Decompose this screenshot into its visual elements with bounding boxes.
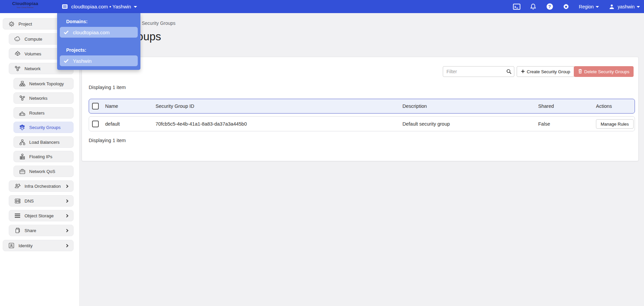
switcher-label: cloudtopiaa.com • Yashwin bbox=[71, 4, 131, 9]
filter-input[interactable] bbox=[443, 66, 514, 77]
chevron-right-icon bbox=[65, 214, 69, 217]
sidebar-item-label: Object Storage bbox=[25, 213, 54, 218]
volumes-cube-icon bbox=[14, 50, 21, 57]
sidebar-item-identity[interactable]: Identity bbox=[3, 240, 74, 251]
router-icon bbox=[19, 110, 26, 116]
sidebar-item-network-qos[interactable]: Network QoS bbox=[13, 166, 74, 177]
chevron-right-icon bbox=[65, 184, 69, 188]
sidebar-item-label: Share bbox=[25, 228, 36, 233]
cell-shared: False bbox=[538, 117, 550, 131]
domain-project-switcher[interactable]: cloudtopiaa.com • Yashwin bbox=[61, 0, 137, 13]
settings-gear-icon[interactable] bbox=[562, 3, 570, 10]
chevron-down-icon bbox=[637, 6, 640, 8]
object-storage-icon bbox=[14, 212, 21, 219]
networks-nodes-icon bbox=[19, 95, 26, 101]
identity-card-icon bbox=[8, 242, 15, 249]
dropdown-item-domain[interactable]: cloudtopiaa.com bbox=[60, 27, 138, 38]
manage-rules-button[interactable]: Manage Rules bbox=[596, 119, 634, 129]
project-item-label: Yashwin bbox=[73, 58, 92, 64]
sidebar-item-label: Network QoS bbox=[29, 169, 55, 174]
chevron-right-icon bbox=[65, 199, 69, 203]
trash-icon bbox=[578, 69, 582, 75]
sidebar-item-label: Identity bbox=[18, 243, 33, 248]
sidebar-item-networks[interactable]: Networks bbox=[13, 92, 74, 104]
brand-tagline: Your Cloud Partner bbox=[5, 6, 45, 8]
notification-bell-icon[interactable] bbox=[529, 3, 537, 10]
sidebar-item-dns[interactable]: DNS bbox=[9, 195, 74, 207]
plus-icon bbox=[521, 69, 525, 74]
domain-item-label: cloudtopiaa.com bbox=[73, 30, 110, 35]
chevron-right-icon bbox=[65, 229, 69, 232]
cell-description: Default security group bbox=[402, 117, 450, 131]
sidebar-item-floating-ips[interactable]: Floating IPs bbox=[13, 151, 74, 162]
region-selector[interactable]: Region bbox=[579, 4, 599, 9]
sidebar-item-label: Load Balancers bbox=[29, 140, 59, 145]
create-security-group-button[interactable]: Create Security Group bbox=[517, 66, 574, 77]
sidebar-item-load-balancers[interactable]: Load Balancers bbox=[13, 136, 74, 148]
item-count-top: Displaying 1 item bbox=[89, 85, 126, 90]
cell-security-group-id: 70fcb5c5-4e4b-41a1-8a83-da37a3a445b0 bbox=[156, 117, 247, 131]
sidebar-item-security-groups[interactable]: Security Groups bbox=[13, 122, 74, 133]
help-icon[interactable]: ? bbox=[546, 3, 553, 10]
network-nodes-icon bbox=[14, 65, 21, 72]
sidebar-item-label: Networks bbox=[29, 96, 47, 101]
dropdown-item-project[interactable]: Yashwin bbox=[60, 55, 138, 66]
select-all-checkbox[interactable] bbox=[92, 103, 99, 110]
sidebar-item-label: DNS bbox=[25, 199, 34, 204]
sidebar-item-share[interactable]: Share bbox=[9, 225, 74, 236]
user-icon bbox=[608, 3, 615, 10]
sidebar-item-label: Floating IPs bbox=[29, 154, 52, 159]
search-icon[interactable] bbox=[506, 69, 512, 76]
table-row: default 70fcb5c5-4e4b-41a1-8a83-da37a3a4… bbox=[89, 116, 635, 131]
brand-name: Cloudtopiaa bbox=[5, 1, 45, 6]
breadcrumb: Security Groups bbox=[142, 20, 175, 26]
item-count-bottom: Displaying 1 item bbox=[89, 138, 126, 143]
column-header-id: Security Group ID bbox=[156, 99, 194, 113]
username-label: yashwin bbox=[617, 4, 635, 9]
chevron-down-icon bbox=[134, 6, 137, 8]
column-header-description: Description bbox=[402, 99, 427, 113]
projects-header: Projects: bbox=[66, 47, 86, 53]
help-glyph: ? bbox=[547, 3, 553, 10]
terminal-console-icon[interactable] bbox=[513, 3, 520, 10]
security-groups-icon bbox=[19, 124, 26, 131]
network-qos-icon bbox=[19, 168, 26, 175]
user-menu[interactable]: yashwin bbox=[608, 3, 640, 10]
sidebar-item-label: Network bbox=[25, 66, 41, 71]
top-navbar: Cloudtopiaa Your Cloud Partner cloudtopi… bbox=[0, 0, 644, 13]
infra-orchestration-icon bbox=[14, 183, 21, 189]
sidebar-item-label: Security Groups bbox=[29, 125, 60, 130]
region-label: Region bbox=[579, 4, 594, 9]
domain-project-dropdown: Domains: cloudtopiaa.com Projects: Yashw… bbox=[57, 13, 140, 70]
column-header-actions: Actions bbox=[596, 99, 612, 113]
chevron-down-icon bbox=[596, 6, 599, 8]
column-header-name: Name bbox=[105, 99, 118, 113]
delete-security-groups-button[interactable]: Delete Security Groups bbox=[574, 66, 634, 77]
sidebar-item-label: Network Topology bbox=[29, 81, 64, 86]
network-topology-icon bbox=[19, 80, 26, 87]
sidebar-item-label: Compute bbox=[25, 37, 42, 42]
sidebar-item-object-storage[interactable]: Object Storage bbox=[9, 210, 74, 221]
row-checkbox[interactable] bbox=[92, 121, 99, 127]
domains-header: Domains: bbox=[66, 19, 88, 24]
brand-logo[interactable]: Cloudtopiaa Your Cloud Partner bbox=[5, 1, 45, 8]
dns-server-icon bbox=[14, 198, 21, 204]
sidebar-item-network-topology[interactable]: Network Topology bbox=[13, 78, 74, 89]
table-header-row: Name Security Group ID Description Share… bbox=[89, 99, 635, 114]
load-balancer-icon bbox=[19, 139, 26, 145]
sidebar-item-label: Volumes bbox=[25, 51, 41, 56]
chevron-right-icon bbox=[65, 244, 69, 247]
sidebar-item-routers[interactable]: Routers bbox=[13, 107, 74, 119]
sidebar-item-infra-orchestration[interactable]: Infra Orchestration bbox=[9, 180, 74, 192]
create-button-label: Create Security Group bbox=[527, 69, 570, 74]
delete-button-label: Delete Security Groups bbox=[584, 69, 629, 74]
filter-container bbox=[443, 66, 514, 77]
sidebar-item-label: Infra Orchestration bbox=[25, 184, 61, 189]
checkmark-icon bbox=[64, 30, 69, 35]
sidebar-item-label: Routers bbox=[29, 111, 45, 116]
sidebar-item-label: Project bbox=[18, 21, 32, 27]
floating-ip-icon bbox=[19, 153, 26, 160]
project-gear-icon bbox=[8, 20, 15, 27]
security-groups-panel: Create Security Group Delete Security Gr… bbox=[82, 57, 639, 161]
checkmark-icon bbox=[64, 58, 69, 64]
